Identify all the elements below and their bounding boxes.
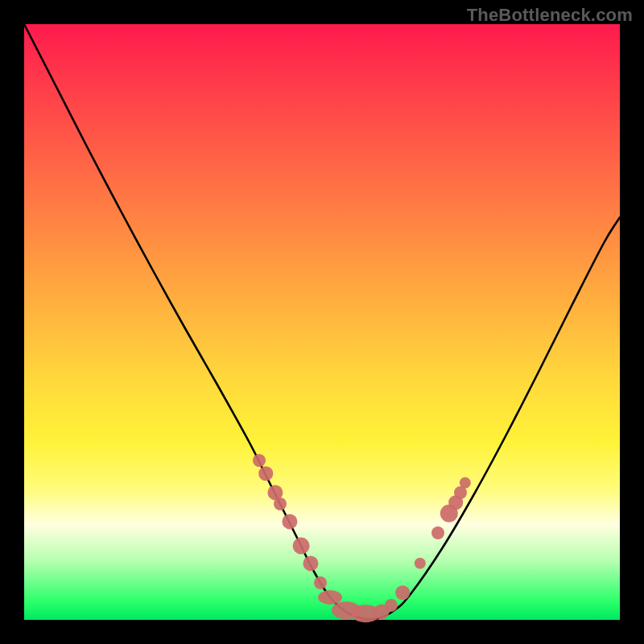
data-marker (431, 526, 444, 539)
data-marker (274, 497, 287, 510)
data-marker (258, 466, 273, 481)
data-marker (385, 599, 398, 612)
watermark-text: TheBottleneck.com (467, 5, 633, 26)
chart-frame: TheBottleneck.com (0, 0, 644, 644)
data-marker (293, 538, 310, 555)
data-marker (253, 454, 266, 467)
plot-area (24, 24, 620, 620)
data-marker (314, 576, 327, 589)
data-marker (395, 585, 410, 600)
curve-svg (24, 24, 620, 620)
bottleneck-curve (24, 24, 620, 619)
